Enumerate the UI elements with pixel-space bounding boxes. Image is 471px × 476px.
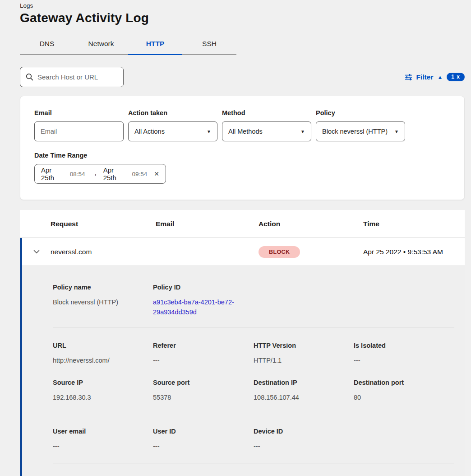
user-id-label: User ID bbox=[153, 428, 254, 435]
filter-toggle[interactable]: Filter ▲ 1 x bbox=[405, 73, 465, 81]
destination-port-label: Destination port bbox=[354, 379, 454, 386]
filter-sliders-icon bbox=[405, 74, 412, 81]
action-filter-label: Action taken bbox=[128, 109, 217, 117]
method-filter-value: All Methods bbox=[228, 128, 263, 135]
activity-table: Request Email Action Time neverssl.com B… bbox=[20, 210, 465, 476]
is-isolated-label: Is Isolated bbox=[354, 342, 454, 349]
status-badge: BLOCK bbox=[259, 246, 300, 258]
col-header-action: Action bbox=[259, 220, 363, 228]
expanded-log-entry: neverssl.com BLOCK Apr 25 2022 • 9:53:53… bbox=[20, 238, 465, 476]
table-header-row: Request Email Action Time bbox=[20, 210, 465, 238]
destination-port-value: 80 bbox=[354, 393, 454, 403]
device-id-value: --- bbox=[254, 442, 354, 452]
user-id-value: --- bbox=[153, 442, 254, 452]
policy-name-value: Block neverssl (HTTP) bbox=[53, 298, 153, 308]
device-id-label: Device ID bbox=[254, 428, 354, 435]
email-filter-input[interactable] bbox=[41, 128, 117, 135]
end-time: 09:54 bbox=[132, 171, 147, 177]
tab-http[interactable]: HTTP bbox=[128, 36, 182, 55]
row-time: Apr 25 2022 • 9:53:53 AM bbox=[363, 248, 465, 256]
policy-id-label: Policy ID bbox=[153, 284, 254, 291]
filter-count-badge[interactable]: 1 x bbox=[447, 73, 465, 81]
start-date: Apr 25th bbox=[41, 166, 66, 182]
row-request: neverssl.com bbox=[51, 248, 156, 256]
policy-id-link[interactable]: a91c3eb4-ba7a-4201-be72-29a934dd359d bbox=[153, 298, 241, 317]
search-box[interactable] bbox=[20, 67, 124, 87]
search-input[interactable] bbox=[37, 73, 118, 81]
source-ip-label: Source IP bbox=[53, 379, 153, 386]
tab-bar: DNS Network HTTP SSH bbox=[20, 36, 236, 55]
table-row[interactable]: neverssl.com BLOCK Apr 25 2022 • 9:53:53… bbox=[22, 238, 465, 266]
filter-panel: Email Action taken All Actions ▼ Method … bbox=[20, 96, 465, 200]
breadcrumb[interactable]: Logs bbox=[0, 0, 471, 9]
destination-ip-label: Destination IP bbox=[254, 379, 354, 386]
tab-network[interactable]: Network bbox=[74, 36, 128, 55]
caret-up-icon: ▲ bbox=[437, 75, 443, 80]
chevron-down-icon[interactable] bbox=[22, 250, 51, 254]
page-title: Gateway Activity Log bbox=[20, 11, 471, 25]
http-version-value: HTTP/1.1 bbox=[254, 356, 354, 366]
source-port-label: Source port bbox=[153, 379, 254, 386]
action-filter-value: All Actions bbox=[134, 128, 165, 135]
date-range-label: Date Time Range bbox=[34, 152, 464, 159]
is-isolated-value: --- bbox=[354, 356, 454, 366]
email-filter-label: Email bbox=[34, 109, 124, 117]
col-header-email: Email bbox=[156, 220, 259, 228]
policy-name-label: Policy name bbox=[53, 284, 153, 291]
url-label: URL bbox=[53, 342, 153, 349]
col-header-time: Time bbox=[363, 220, 465, 228]
policy-filter-select[interactable]: Block neverssl (HTTP) ▼ bbox=[316, 121, 405, 141]
caret-down-icon: ▼ bbox=[300, 129, 305, 134]
policy-filter-label: Policy bbox=[316, 109, 405, 117]
destination-ip-value: 108.156.107.44 bbox=[254, 393, 354, 403]
method-filter-select[interactable]: All Methods ▼ bbox=[222, 121, 311, 141]
method-filter-label: Method bbox=[222, 109, 311, 117]
action-filter-select[interactable]: All Actions ▼ bbox=[128, 121, 217, 141]
source-ip-value: 192.168.30.3 bbox=[53, 393, 153, 403]
policy-filter-value: Block neverssl (HTTP) bbox=[322, 128, 388, 135]
end-date: Apr 25th bbox=[103, 166, 128, 182]
http-version-label: HTTP Version bbox=[254, 342, 354, 349]
user-email-label: User email bbox=[53, 428, 153, 435]
caret-down-icon: ▼ bbox=[207, 129, 211, 134]
tab-dns[interactable]: DNS bbox=[20, 36, 74, 55]
start-time: 08:54 bbox=[70, 171, 85, 177]
referer-value: --- bbox=[153, 356, 254, 366]
referer-label: Referer bbox=[153, 342, 254, 349]
arrow-right-icon: → bbox=[89, 170, 99, 178]
search-icon bbox=[26, 73, 33, 81]
filter-label: Filter bbox=[416, 73, 434, 81]
log-detail-panel: Policy name Block neverssl (HTTP) Policy… bbox=[22, 266, 465, 476]
source-port-value: 55378 bbox=[153, 393, 254, 403]
user-email-value: --- bbox=[53, 442, 153, 452]
tab-ssh[interactable]: SSH bbox=[182, 36, 236, 55]
clear-date-range-icon[interactable]: ✕ bbox=[154, 170, 159, 177]
col-header-request: Request bbox=[51, 220, 156, 228]
date-range-picker[interactable]: Apr 25th 08:54 → Apr 25th 09:54 ✕ bbox=[34, 164, 166, 184]
caret-down-icon: ▼ bbox=[394, 129, 399, 134]
url-value: http://neverssl.com/ bbox=[53, 356, 153, 366]
